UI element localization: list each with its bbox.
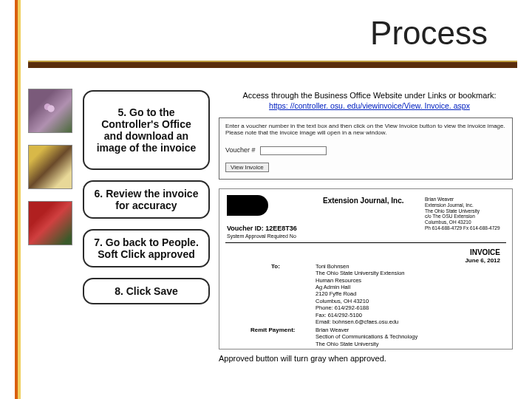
access-intro: Access through the Business Office Websi… bbox=[242, 91, 496, 100]
image-strip bbox=[28, 89, 74, 257]
invoice-preview: Extension Journal, Inc. Brian Weaver Ext… bbox=[219, 188, 513, 349]
slide: Process 5. Go to the Controller's Office… bbox=[0, 0, 532, 399]
invoice-divider bbox=[225, 242, 506, 243]
system-approval-line: System Approval Required No bbox=[227, 233, 296, 239]
right-column: Access through the Business Office Websi… bbox=[219, 90, 520, 363]
remit-label: Remit Payment: bbox=[250, 327, 295, 333]
voucher-row: Voucher # bbox=[225, 146, 506, 155]
access-text: Access through the Business Office Websi… bbox=[219, 90, 520, 112]
access-link[interactable]: https: //controller. osu. edu/viewinvoic… bbox=[269, 101, 470, 110]
flower-image-3 bbox=[28, 201, 72, 245]
invoice-heading: INVOICE bbox=[470, 248, 500, 256]
step-7: 7. Go back to People. Soft Click approve… bbox=[83, 229, 210, 267]
step-6: 6. Review the invoice for accuracy bbox=[83, 180, 210, 219]
view-invoice-button[interactable]: View Invoice bbox=[225, 163, 269, 172]
sender-address: Brian Weaver Extension Journal, Inc. The… bbox=[425, 197, 506, 231]
voucher-input[interactable] bbox=[260, 146, 327, 155]
flower-image-1 bbox=[28, 89, 72, 133]
to-address: Toni Bohnsen The Ohio State University E… bbox=[316, 263, 404, 325]
title-divider bbox=[28, 61, 517, 68]
page-title: Process bbox=[370, 15, 488, 52]
step-8: 8. Click Save bbox=[83, 278, 210, 304]
voucher-label: Voucher # bbox=[225, 146, 256, 154]
journal-title: Extension Journal, Inc. bbox=[323, 197, 403, 205]
voucher-id: Voucher ID: 12EE8T36 bbox=[227, 225, 297, 232]
remit-address: Brian Weaver Section of Communications &… bbox=[316, 327, 417, 347]
view-invoice-panel: Enter a voucher number in the text box a… bbox=[219, 117, 513, 180]
osu-logo bbox=[227, 195, 268, 216]
to-label: To: bbox=[271, 263, 280, 270]
steps-column: 5. Go to the Controller's Office and dow… bbox=[83, 90, 210, 315]
flower-image-2 bbox=[28, 145, 72, 189]
footer-note: Approved button will turn gray when appr… bbox=[219, 354, 520, 363]
invoice-date: June 6, 2012 bbox=[465, 257, 500, 264]
accent-bar bbox=[15, 0, 21, 399]
step-5: 5. Go to the Controller's Office and dow… bbox=[83, 90, 210, 170]
panel-instructions: Enter a voucher number in the text box a… bbox=[225, 123, 506, 136]
